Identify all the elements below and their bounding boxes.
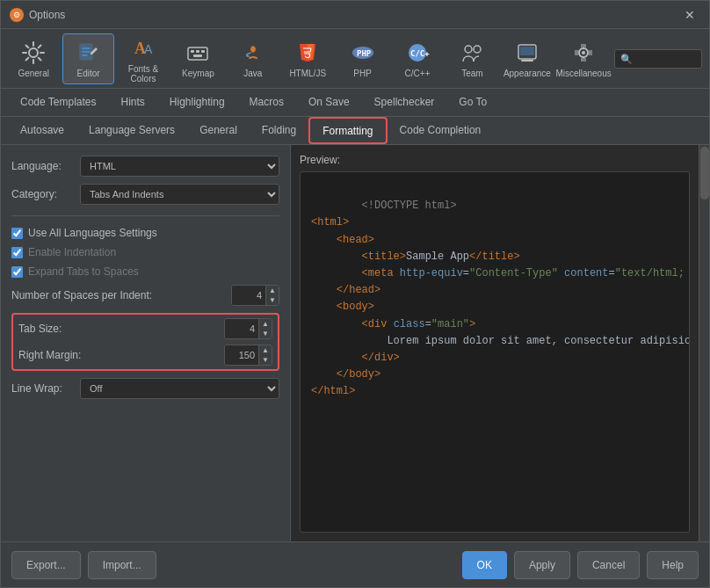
- tab-code-completion[interactable]: Code Completion: [388, 117, 494, 144]
- tab-on-save[interactable]: On Save: [296, 89, 362, 116]
- tab-size-up-btn[interactable]: ▲: [259, 319, 272, 329]
- code-div-class: class: [394, 318, 425, 330]
- title-bar: ⚙ Options ✕: [1, 1, 709, 29]
- misc-label: Miscellaneous: [555, 69, 611, 78]
- category-label: Category:: [11, 188, 73, 200]
- code-content-val: "text/html; ch: [615, 267, 690, 279]
- tab-size-input[interactable]: [225, 319, 258, 338]
- spaces-per-indent-input[interactable]: [232, 286, 265, 305]
- cancel-button[interactable]: Cancel: [577, 551, 640, 579]
- spaces-per-indent-label: Number of Spaces per Indent:: [11, 289, 224, 301]
- svg-text:PHP: PHP: [357, 49, 372, 58]
- enable-indentation-row: Enable Indentation: [11, 246, 279, 258]
- scroll-thumb[interactable]: [700, 147, 709, 200]
- tab-size-row: Tab Size: ▲ ▼: [18, 318, 272, 339]
- tab-general2[interactable]: General: [187, 117, 250, 144]
- expand-tabs-row: Expand Tabs to Spaces: [11, 265, 279, 278]
- toolbar-editor[interactable]: Editor: [62, 33, 113, 84]
- general-label: General: [18, 69, 49, 78]
- right-margin-input[interactable]: [225, 345, 258, 365]
- code-div-val: "main": [431, 318, 469, 330]
- java-label: Java: [243, 69, 262, 78]
- expand-tabs-checkbox[interactable]: [11, 266, 23, 278]
- toolbar-appearance[interactable]: Appearance: [502, 33, 553, 84]
- spaces-down-btn[interactable]: ▼: [266, 295, 279, 305]
- language-select[interactable]: HTML: [80, 156, 279, 177]
- toolbar-fonts[interactable]: A A Fonts & Colors: [118, 33, 169, 84]
- toolbar-html[interactable]: HTML/JS: [282, 33, 333, 84]
- tab-language-servers[interactable]: Language Servers: [76, 117, 187, 144]
- svg-rect-10: [201, 50, 205, 53]
- enable-indentation-checkbox[interactable]: [11, 247, 23, 258]
- toolbar-misc[interactable]: Miscellaneous: [556, 33, 611, 84]
- code-meta-cont: [558, 267, 564, 279]
- code-div-end: >: [469, 318, 475, 330]
- toolbar-java[interactable]: Java: [228, 33, 279, 84]
- tab-autosave[interactable]: Autosave: [8, 117, 76, 144]
- tab-code-templates[interactable]: Code Templates: [8, 89, 109, 116]
- toolbar-keymap[interactable]: Keymap: [172, 33, 223, 84]
- tab-hints[interactable]: Hints: [109, 89, 157, 116]
- line-wrap-row: Line Wrap: Off: [11, 378, 279, 399]
- toolbar-general[interactable]: General: [8, 33, 59, 84]
- fonts-icon: A A: [129, 34, 157, 62]
- language-label: Language:: [11, 160, 73, 172]
- spaces-up-btn[interactable]: ▲: [266, 286, 279, 295]
- html-icon: [293, 39, 322, 67]
- tab-spellchecker[interactable]: Spellchecker: [362, 89, 447, 116]
- toolbar-php[interactable]: PHP PHP: [337, 33, 388, 84]
- right-margin-up-btn[interactable]: ▲: [259, 345, 272, 355]
- code-title-text: Sample App: [406, 250, 469, 263]
- options-window: ⚙ Options ✕ General: [0, 0, 710, 588]
- category-select[interactable]: Tabs And Indents: [80, 184, 279, 205]
- line-wrap-select[interactable]: Off: [80, 378, 279, 399]
- editor-label: Editor: [77, 69, 100, 78]
- scrollbar[interactable]: [699, 145, 709, 541]
- tab-folding[interactable]: Folding: [250, 117, 308, 144]
- tab-macros[interactable]: Macros: [237, 89, 296, 116]
- svg-point-24: [582, 51, 585, 54]
- right-margin-down-btn[interactable]: ▼: [259, 355, 272, 365]
- toolbar-team[interactable]: Team: [446, 33, 497, 84]
- code-content-eq: =: [609, 267, 615, 279]
- export-button[interactable]: Export...: [11, 551, 81, 579]
- code-div-close: </div>: [362, 352, 400, 364]
- code-html-close: </html>: [311, 385, 355, 397]
- right-margin-input-wrap: ▲ ▼: [224, 345, 272, 366]
- left-panel: Language: HTML Category: Tabs And Indent…: [1, 145, 291, 541]
- code-content-attr: content: [564, 267, 608, 279]
- search-input[interactable]: [614, 49, 702, 69]
- tab-size-right-margin-section: Tab Size: ▲ ▼ Right Margin: ▲: [11, 313, 279, 371]
- code-head-close: </head>: [337, 284, 380, 296]
- ok-button[interactable]: OK: [462, 551, 507, 579]
- svg-point-19: [474, 46, 481, 53]
- apply-button[interactable]: Apply: [514, 551, 570, 579]
- html-label: HTML/JS: [289, 69, 326, 78]
- svg-text:C/C+: C/C+: [410, 49, 430, 58]
- tab-size-spinners: ▲ ▼: [258, 319, 272, 338]
- code-div-eq: =: [425, 318, 431, 330]
- window-title: Options: [29, 9, 65, 21]
- misc-icon: [569, 39, 598, 67]
- spaces-per-indent-row: Number of Spaces per Indent: ▲ ▼: [11, 285, 279, 306]
- keymap-label: Keymap: [182, 69, 214, 78]
- help-button[interactable]: Help: [647, 551, 699, 579]
- code-body-close: </body>: [337, 368, 380, 381]
- tab-highlighting[interactable]: Highlighting: [157, 89, 237, 116]
- code-head-open: <head>: [337, 234, 374, 246]
- bottom-bar: Export... Import... OK Apply Cancel Help: [1, 541, 709, 587]
- tab-size-label: Tab Size:: [18, 323, 217, 335]
- right-margin-spinners: ▲ ▼: [258, 345, 272, 365]
- appearance-label: Appearance: [504, 69, 551, 78]
- tab-formatting[interactable]: Formatting: [308, 117, 387, 144]
- tab-go-to[interactable]: Go To: [446, 89, 499, 116]
- code-doctype: <!DOCTYPE html>: [362, 200, 457, 212]
- general-icon: [19, 39, 47, 67]
- tab-size-down-btn[interactable]: ▼: [259, 329, 272, 338]
- toolbar-cpp[interactable]: C/C+ C/C++: [392, 33, 443, 84]
- category-row: Category: Tabs And Indents: [11, 184, 279, 205]
- close-button[interactable]: ✕: [679, 6, 700, 24]
- use-all-languages-checkbox[interactable]: [11, 228, 23, 239]
- import-button[interactable]: Import...: [88, 551, 156, 579]
- use-all-languages-label: Use All Languages Settings: [28, 227, 157, 239]
